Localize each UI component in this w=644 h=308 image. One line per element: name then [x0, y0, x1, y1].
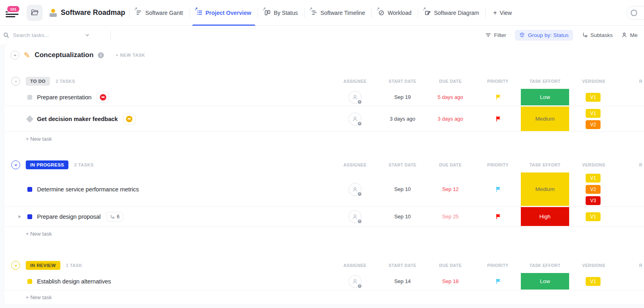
- version-badge[interactable]: V1: [586, 277, 601, 286]
- task-effort-cell[interactable]: Low: [521, 88, 569, 106]
- info-icon[interactable]: i: [98, 52, 104, 58]
- task-status-icon[interactable]: [27, 187, 32, 192]
- assignee-cell[interactable]: +: [331, 106, 379, 131]
- tab-software-timeline[interactable]: Software Timeline: [305, 0, 372, 26]
- task-status-icon[interactable]: [27, 214, 32, 219]
- column-header-assignee[interactable]: ASSIGNEE: [331, 79, 379, 84]
- versions-cell[interactable]: V1 V2 V3: [569, 172, 618, 206]
- task-effort-value[interactable]: Medium: [521, 107, 569, 131]
- version-badge[interactable]: V1: [586, 93, 601, 102]
- task-effort-value[interactable]: Low: [521, 89, 569, 105]
- assignee-add-button[interactable]: +: [349, 113, 361, 125]
- no-entry-badge[interactable]: [97, 92, 109, 103]
- column-header-due-date[interactable]: DUE DATE: [426, 79, 475, 84]
- version-badge[interactable]: V1: [586, 109, 601, 118]
- group-collapse-toggle[interactable]: [11, 77, 20, 86]
- column-header-start-date[interactable]: START DATE: [379, 263, 426, 268]
- priority-cell[interactable]: [475, 207, 521, 226]
- versions-cell[interactable]: V1 V2: [569, 106, 618, 131]
- task-row[interactable]: Get decision maker feedback + 3 days ago…: [5, 106, 644, 132]
- add-task-button[interactable]: + New task: [5, 227, 644, 240]
- section-title[interactable]: Conceptualization: [35, 51, 93, 59]
- search-input[interactable]: [13, 32, 81, 38]
- column-header-task-effort[interactable]: TASK EFFORT: [521, 79, 569, 84]
- tab-software-gantt[interactable]: Software Gantt: [130, 0, 189, 26]
- task-effort-cell[interactable]: Low: [521, 273, 569, 290]
- status-badge[interactable]: IN PROGRESS: [26, 160, 68, 169]
- task-row[interactable]: Determine service performance metrics + …: [5, 172, 644, 207]
- group-collapse-toggle[interactable]: [11, 261, 20, 270]
- column-header-assignee[interactable]: ASSIGNEE: [331, 263, 379, 268]
- assignee-cell[interactable]: +: [331, 207, 379, 226]
- add-task-button[interactable]: + New task: [5, 132, 644, 146]
- column-header-priority[interactable]: PRIORITY: [475, 162, 521, 167]
- task-status-icon[interactable]: [27, 279, 32, 284]
- version-badge[interactable]: V2: [586, 185, 601, 194]
- column-header-versions[interactable]: VERSIONS: [569, 263, 618, 268]
- column-header-assignee[interactable]: ASSIGNEE: [331, 162, 379, 167]
- expand-arrow-icon[interactable]: [19, 215, 21, 218]
- start-date[interactable]: Sep 10: [379, 207, 426, 226]
- task-name[interactable]: Prepare design proposal: [37, 214, 101, 220]
- column-header-cut[interactable]: R: [618, 263, 644, 268]
- filter-button[interactable]: Filter: [485, 32, 506, 38]
- task-status-icon[interactable]: [26, 115, 33, 122]
- versions-cell[interactable]: V1: [569, 207, 618, 226]
- task-effort-value[interactable]: Medium: [521, 172, 569, 206]
- assignee-cell[interactable]: +: [331, 172, 379, 206]
- task-effort-value[interactable]: High: [521, 207, 569, 226]
- priority-cell[interactable]: [475, 273, 521, 290]
- me-button[interactable]: Me: [621, 32, 638, 38]
- task-effort-value[interactable]: Low: [521, 273, 569, 290]
- column-header-task-effort[interactable]: TASK EFFORT: [521, 263, 569, 268]
- task-status-icon[interactable]: [27, 95, 32, 100]
- assignee-cell[interactable]: +: [331, 88, 379, 106]
- column-header-start-date[interactable]: START DATE: [379, 162, 426, 167]
- subtasks-button[interactable]: Subtasks: [582, 32, 613, 38]
- assignee-add-button[interactable]: +: [349, 183, 361, 196]
- chevron-down-icon[interactable]: [85, 33, 90, 37]
- column-header-versions[interactable]: VERSIONS: [569, 79, 618, 84]
- column-header-due-date[interactable]: DUE DATE: [426, 263, 475, 268]
- assignee-add-button[interactable]: +: [349, 275, 361, 288]
- priority-cell[interactable]: [475, 172, 521, 206]
- column-header-due-date[interactable]: DUE DATE: [426, 162, 475, 167]
- task-name[interactable]: Determine service performance metrics: [37, 186, 139, 193]
- add-view-button[interactable]: + View: [486, 0, 519, 26]
- status-badge[interactable]: TO DO: [26, 77, 50, 86]
- versions-cell[interactable]: V1: [569, 273, 618, 290]
- column-header-task-effort[interactable]: TASK EFFORT: [521, 162, 569, 167]
- task-name[interactable]: Prepare presentation: [37, 94, 91, 101]
- due-date[interactable]: Sep 18: [426, 273, 475, 290]
- task-effort-cell[interactable]: Medium: [521, 106, 569, 131]
- cut-off-pill-button[interactable]: [626, 6, 644, 20]
- start-date[interactable]: Sep 10: [379, 172, 426, 206]
- due-date[interactable]: 5 days ago: [426, 88, 475, 106]
- column-header-priority[interactable]: PRIORITY: [475, 263, 521, 268]
- task-effort-cell[interactable]: Medium: [521, 172, 569, 206]
- task-row[interactable]: Prepare presentation + Sep 19 5 days ago…: [5, 88, 644, 106]
- add-task-button[interactable]: + New task: [5, 290, 644, 304]
- version-badge[interactable]: V1: [586, 174, 601, 183]
- start-date[interactable]: Sep 19: [379, 88, 426, 106]
- assignee-add-button[interactable]: +: [349, 210, 361, 223]
- subtask-count-badge[interactable]: 6: [106, 212, 123, 222]
- task-row[interactable]: Establish design alternatives + Sep 14 S…: [5, 273, 644, 290]
- column-header-start-date[interactable]: START DATE: [379, 79, 426, 84]
- status-badge[interactable]: IN REVIEW: [26, 261, 60, 270]
- task-effort-cell[interactable]: High: [521, 207, 569, 226]
- version-badge[interactable]: V1: [586, 212, 601, 221]
- group-collapse-toggle[interactable]: [11, 160, 20, 169]
- start-date[interactable]: 3 days ago: [379, 106, 426, 131]
- column-header-cut[interactable]: R: [618, 79, 644, 84]
- group-by-button[interactable]: Group by: Status: [515, 30, 573, 41]
- due-date[interactable]: 3 days ago: [426, 106, 475, 131]
- new-task-inline-button[interactable]: + NEW TASK: [116, 53, 145, 57]
- tab-workload[interactable]: Workload: [372, 0, 418, 26]
- start-date[interactable]: Sep 14: [379, 273, 426, 290]
- search-box[interactable]: [3, 32, 109, 38]
- minus-badge[interactable]: [124, 114, 135, 124]
- priority-cell[interactable]: [475, 88, 521, 106]
- folder-button[interactable]: [27, 5, 43, 21]
- versions-cell[interactable]: V1: [569, 88, 618, 106]
